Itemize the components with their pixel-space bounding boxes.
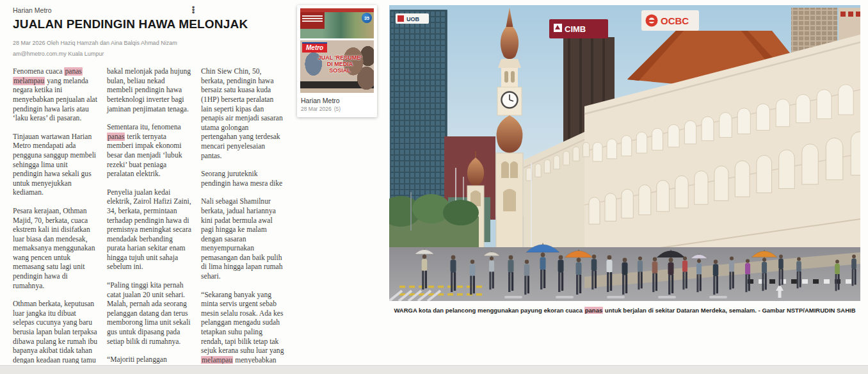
article-paragraph: Othman berkata, keputusan luar jangka it… [13, 300, 97, 364]
ocbc-sign: OCBC [661, 15, 689, 26]
trees [389, 192, 479, 250]
issue-publication: Harian Metro [301, 97, 374, 104]
article-paragraph: Nali sebagai Shamilnur berkata, jadual h… [201, 197, 285, 281]
cover-headline: JUAL 'RESUME' DI MEDIA SOSIAL [316, 54, 364, 74]
article-paragraph: bakal melonjak pada hujung bulan, beliau… [107, 67, 191, 114]
article-menu-button[interactable]: ••• [188, 5, 198, 18]
issue-card[interactable]: 35 Metro JUAL 'RESUME' DI MEDIA SOSIAL H… [297, 5, 377, 117]
article-paragraph: Tinjauan wartawan Harian Metro mendapati… [13, 133, 97, 198]
article-columns: Fenomena cuaca panas melampau yang melan… [13, 67, 285, 364]
article-title: JUALAN PENDINGIN HAWA MELONJAK [13, 17, 198, 31]
cimb-sign: CIMB [565, 24, 586, 34]
article-paragraph: “Sekarang banyak yang minta servis urgen… [201, 291, 285, 364]
article: Harian Metro ••• JUALAN PENDINGIN HAWA M… [13, 5, 285, 364]
article-column-2: bakal melonjak pada hujung bulan, beliau… [107, 67, 191, 364]
issue-page-count: (5) [334, 106, 341, 112]
article-header: Harian Metro ••• JUALAN PENDINGIN HAWA M… [13, 5, 198, 60]
article-paragraph: Pesara kerajaan, Othman Majid, 70, berka… [13, 207, 97, 291]
article-byline: 28 Mar 2026 Oleh Haziq Hamzah dan Aina B… [13, 38, 192, 60]
article-paragraph: Seorang juruteknik pendingin hawa mesra … [201, 170, 285, 188]
article-paragraph: “Paling tinggi kita pernah catat jualan … [107, 281, 191, 346]
article-column-3: Chin Siew Chin, 50, berkata, pendingin h… [201, 67, 285, 364]
article-paragraph: Penyelia jualan kedai elektrik, Zairol H… [107, 188, 191, 272]
publication-label: Harian Metro [13, 5, 198, 14]
article-paragraph: Sementara itu, fenomena panas terik tern… [107, 123, 191, 179]
article-paragraph: Chin Siew Chin, 50, berkata, pendingin h… [201, 67, 285, 161]
uob-sign: UOB [406, 16, 420, 22]
photo-caption: WARGA kota dan pelancong menggunakan pay… [389, 307, 860, 314]
cover-masthead: Metro [302, 42, 327, 53]
article-paragraph: “Majoriti pelanggan memang melihat pada … [107, 355, 191, 364]
issue-thumbnail-top[interactable]: 35 [300, 8, 374, 38]
issue-date-text: 28 Mar 2026 [301, 106, 332, 112]
page-bottom-strip [0, 365, 868, 374]
article-column-1: Fenomena cuaca panas melampau yang melan… [13, 67, 97, 364]
cover-teaser-block [300, 12, 325, 29]
issue-thumbnail-front[interactable]: Metro JUAL 'RESUME' DI MEDIA SOSIAL [300, 40, 374, 93]
article-paragraph: Fenomena cuaca panas melampau yang melan… [13, 67, 97, 124]
issue-date: 28 Mar 2026(5) [301, 106, 374, 113]
anniversary-badge: 35 [362, 13, 372, 23]
article-photo: UOB CIMB OCBC [389, 5, 860, 301]
